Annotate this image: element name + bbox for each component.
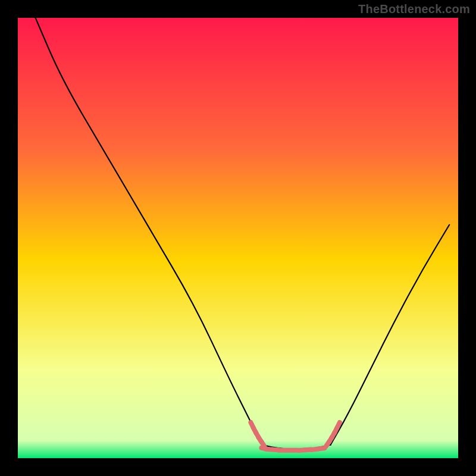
marker-flat-segment xyxy=(319,448,325,449)
gradient-background xyxy=(18,18,458,458)
plot-area xyxy=(18,18,458,458)
chart-frame: TheBottleneck.com xyxy=(0,0,476,476)
chart-svg xyxy=(18,18,458,458)
marker-right-ramp xyxy=(337,422,339,428)
marker-left-ramp xyxy=(261,441,265,446)
watermark-text: TheBottleneck.com xyxy=(358,2,470,16)
